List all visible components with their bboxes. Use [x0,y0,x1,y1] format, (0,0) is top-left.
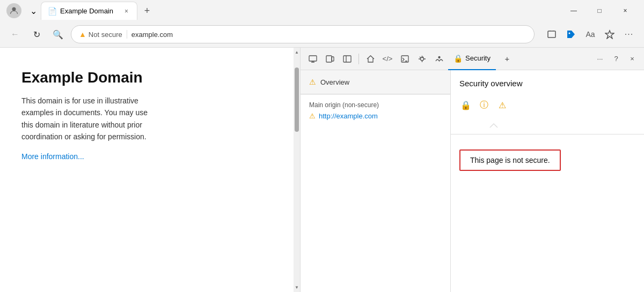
page-body: This domain is for use in illustrative e… [21,95,161,143]
dt-home-btn[interactable] [362,51,378,67]
dt-controls: ··· ? × [592,51,640,66]
more-info-link[interactable]: More information... [21,152,84,161]
browser-toolbar: Aa ··· [543,26,638,43]
overview-label: Overview [320,78,349,86]
sec-info-icon[interactable]: ⓘ [478,99,491,111]
dt-help-btn[interactable]: ? [609,51,624,66]
svg-point-11 [438,56,440,58]
favorites-btn[interactable] [601,26,618,43]
svg-rect-4 [309,56,317,61]
scrollbar-thumb[interactable] [295,68,299,132]
svg-rect-6 [332,57,334,61]
more-tools-btn[interactable]: ··· [620,26,638,43]
devtools-content: ⚠ Overview Main origin (non-secure) ⚠ ht… [301,70,644,292]
address-bar: ← ↻ 🔍 ▲ Not secure example.com Aa [0,21,644,47]
overview-warning-icon: ⚠ [309,78,316,86]
devtools-left-panel: ⚠ Overview Main origin (non-secure) ⚠ ht… [301,70,451,292]
origin-link-text: http://example.com [319,112,378,120]
origin-warning-icon: ⚠ [309,112,316,120]
svg-rect-7 [343,56,351,62]
tab-bar: ⌄ 📄 Example Domain × + [26,2,561,20]
svg-rect-9 [401,56,408,62]
dt-device-btn[interactable] [322,51,338,67]
tab-title: Example Domain [60,7,113,15]
search-btn[interactable]: 🔍 [49,26,67,43]
svg-rect-1 [548,31,555,38]
address-input-wrap[interactable]: ▲ Not secure example.com [71,25,535,43]
origin-link[interactable]: ⚠ http://example.com [309,112,442,120]
not-secure-message-box: This page is not secure. [459,149,561,171]
scroll-up-arrow[interactable]: ▲ [292,48,301,57]
security-icon-row: 🔒 ⓘ ⚠ [459,99,635,111]
tag-btn[interactable] [562,26,580,43]
tab-close-btn[interactable]: × [122,6,130,16]
dt-screencast-btn[interactable] [305,51,321,67]
title-bar: ⌄ 📄 Example Domain × + — □ × [0,0,644,21]
svg-point-10 [420,57,423,61]
tab-list-btn[interactable]: ⌄ [26,3,41,18]
window-controls: — □ × [561,2,638,19]
page-title: Example Domain [21,69,271,86]
url-text: example.com [131,31,526,39]
dt-sidebar-btn[interactable] [339,51,355,67]
overview-row[interactable]: ⚠ Overview [301,70,450,94]
collections-btn[interactable] [543,26,560,43]
dt-network-btn[interactable] [431,51,447,67]
sec-warning-icon[interactable]: ⚠ [496,99,509,111]
active-tab[interactable]: 📄 Example Domain × [41,2,137,20]
page-content: Example Domain This domain is for use in… [0,48,301,292]
not-secure-indicator: ▲ Not secure [79,30,127,39]
dt-add-tab-btn[interactable]: + [499,51,515,67]
devtools-right-panel: Security overview 🔒 ⓘ ⚠ This page is not… [451,70,644,292]
dt-security-tab-label: Security [465,54,491,62]
security-lock-icon: 🔒 [453,54,463,63]
security-overview-title: Security overview [459,79,635,88]
profile-icon[interactable] [6,3,21,18]
minimize-btn[interactable]: — [561,2,586,19]
svg-rect-5 [326,56,332,62]
dt-security-tab[interactable]: 🔒 Security [448,48,496,70]
svg-marker-3 [605,31,614,39]
dt-debug-btn[interactable] [414,51,430,67]
refresh-btn[interactable]: ↻ [28,26,45,43]
read-aloud-btn[interactable]: Aa [582,26,599,43]
svg-point-0 [12,8,16,11]
scroll-down-arrow[interactable]: ▼ [292,283,301,292]
main-area: Example Domain This domain is for use in… [0,47,644,292]
sec-lock-icon[interactable]: 🔒 [459,99,472,111]
new-tab-btn[interactable]: + [140,3,155,18]
svg-point-2 [569,33,570,34]
arrow-pointer [489,123,498,128]
origin-label: Main origin (non-secure) [309,101,442,109]
dt-console-btn[interactable] [397,51,413,67]
devtools-panel: </> [301,48,644,292]
maximize-btn[interactable]: □ [587,2,612,19]
back-btn[interactable]: ← [6,26,24,43]
window-close-btn[interactable]: × [613,2,638,19]
origin-section: Main origin (non-secure) ⚠ http://exampl… [301,95,450,126]
title-bar-left [6,3,21,18]
dt-close-btn[interactable]: × [625,51,640,66]
devtools-toolbar: </> [301,48,644,70]
security-divider [451,134,644,134]
page-scrollbar[interactable]: ▲ ▼ [294,48,300,292]
toolbar-divider [358,54,359,64]
dt-more-btn[interactable]: ··· [592,51,608,66]
not-secure-label: Not secure [89,31,122,39]
tab-page-icon: 📄 [48,7,57,16]
dt-elements-btn[interactable]: </> [379,51,396,67]
warning-triangle-icon: ▲ [79,30,86,39]
not-secure-message: This page is not secure. [470,156,550,164]
